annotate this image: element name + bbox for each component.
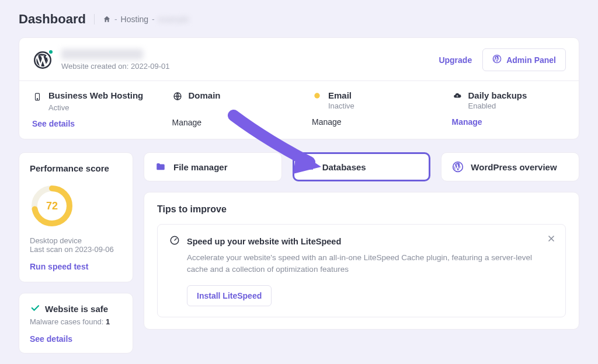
domain-status <box>189 102 287 111</box>
tip-heading: Speed up your website with LiteSpeed <box>187 237 341 246</box>
backups-manage[interactable]: Manage <box>452 117 566 127</box>
svg-rect-11 <box>308 166 313 167</box>
tip-description: Accelerate your website's speed with an … <box>187 252 554 276</box>
wordpress-icon <box>452 161 464 173</box>
email-manage[interactable]: Manage <box>312 117 426 127</box>
wordpress-overview-label: WordPress overview <box>471 162 557 172</box>
warning-icon <box>312 90 322 100</box>
hosting-title: Business Web Hosting <box>48 90 143 100</box>
domain-cell: Domain Manage <box>159 81 300 139</box>
databases-card[interactable]: Databases <box>293 152 431 181</box>
run-speed-test-link[interactable]: Run speed test <box>30 262 122 271</box>
svg-rect-9 <box>308 164 313 165</box>
domain-title: Domain <box>189 90 221 100</box>
svg-point-5 <box>314 93 319 98</box>
databases-label: Databases <box>322 162 366 172</box>
performance-card: Performance score 72 Desktop device Last… <box>19 152 133 282</box>
hosting-icon <box>32 90 43 102</box>
site-name-blurred <box>61 49 143 60</box>
upgrade-link[interactable]: Upgrade <box>439 55 472 65</box>
performance-score-value: 72 <box>30 184 74 228</box>
security-see-details[interactable]: See details <box>30 334 122 344</box>
file-manager-card[interactable]: File manager <box>144 152 282 181</box>
domain-manage[interactable]: Manage <box>172 118 287 127</box>
backups-title: Daily backups <box>468 90 527 100</box>
list-icon <box>304 162 315 172</box>
email-status: Inactive <box>328 102 426 110</box>
security-sub: Malware cases found: 1 <box>30 317 122 326</box>
wordpress-icon <box>492 54 502 65</box>
file-manager-label: File manager <box>173 162 228 172</box>
breadcrumb-site-blurred: example <box>158 15 189 24</box>
svg-rect-13 <box>308 169 313 170</box>
close-icon[interactable] <box>547 234 556 246</box>
tip-item: Speed up your website with LiteSpeed Acc… <box>157 224 566 317</box>
admin-panel-button[interactable]: Admin Panel <box>482 48 566 71</box>
svg-rect-8 <box>306 164 308 165</box>
status-dot-icon <box>48 49 54 55</box>
performance-score-ring: 72 <box>30 184 74 228</box>
svg-rect-12 <box>306 169 308 170</box>
svg-rect-10 <box>306 166 308 167</box>
check-icon <box>30 303 40 315</box>
site-summary-card: Website created on: 2022-09-01 Upgrade A… <box>19 37 579 139</box>
home-icon[interactable] <box>103 15 111 23</box>
wordpress-logo-icon <box>32 50 53 71</box>
site-created-label: Website created on: 2022-09-01 <box>61 62 170 71</box>
backups-status: Enabled <box>468 102 566 110</box>
security-card: Website is safe Malware cases found: 1 S… <box>19 293 133 354</box>
hosting-cell: Business Web Hosting Active See details <box>19 81 159 139</box>
breadcrumb-dash: - <box>152 15 155 24</box>
globe-icon <box>172 90 183 101</box>
speedometer-icon <box>169 235 180 247</box>
tips-title: Tips to improve <box>157 204 566 215</box>
install-litespeed-button[interactable]: Install LiteSpeed <box>187 285 272 306</box>
hosting-status: Active <box>48 103 147 112</box>
backups-cell: Daily backups Enabled Manage <box>439 81 579 139</box>
wordpress-overview-card[interactable]: WordPress overview <box>441 152 579 181</box>
hosting-see-details[interactable]: See details <box>32 119 147 128</box>
performance-device: Desktop device <box>30 236 122 245</box>
security-title: Website is safe <box>45 304 108 314</box>
email-title: Email <box>328 90 352 100</box>
cloud-upload-icon <box>452 90 463 100</box>
folder-icon <box>155 162 166 172</box>
performance-last-scan: Last scan on 2023-09-06 <box>30 245 122 254</box>
performance-title: Performance score <box>30 163 122 173</box>
page-title: Dashboard <box>19 12 86 27</box>
tips-card: Tips to improve Speed up your website wi… <box>144 192 579 330</box>
email-cell: Email Inactive Manage <box>299 81 439 139</box>
breadcrumb: - Hosting - example <box>94 14 189 24</box>
breadcrumb-dash: - <box>114 15 117 24</box>
svg-point-3 <box>37 99 37 99</box>
breadcrumb-hosting[interactable]: Hosting <box>121 15 148 24</box>
